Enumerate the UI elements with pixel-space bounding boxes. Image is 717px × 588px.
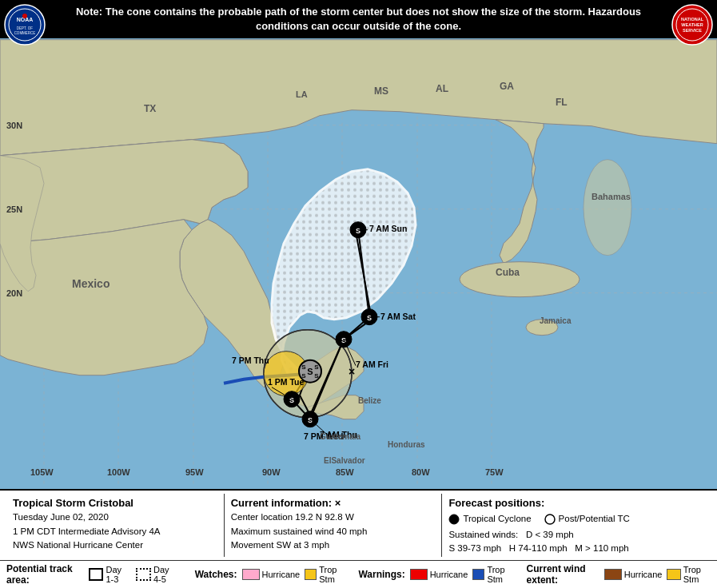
svg-text:S: S bbox=[307, 367, 313, 376]
info-bottom: Potential track area: Day 1-3 Day 4-5 Wa… bbox=[0, 561, 717, 588]
track-area-legend: Potential track area: Day 1-3 Day 4-5 bbox=[6, 563, 179, 586]
svg-text:30N: 30N bbox=[6, 121, 22, 130]
svg-text:Belize: Belize bbox=[358, 396, 381, 405]
svg-text:×: × bbox=[349, 365, 355, 378]
info-panel: Tropical Storm Cristobal Tuesday June 02… bbox=[0, 489, 717, 588]
svg-text:S: S bbox=[308, 416, 313, 424]
svg-text:GA: GA bbox=[500, 81, 514, 92]
svg-text:MS: MS bbox=[374, 85, 388, 97]
wind-m: M > 110 mph bbox=[575, 543, 628, 553]
info-top: Tropical Storm Cristobal Tuesday June 02… bbox=[0, 491, 717, 561]
svg-text:Cuba: Cuba bbox=[496, 267, 520, 278]
svg-text:LA: LA bbox=[296, 89, 308, 99]
forecast-title: Forecast positions: bbox=[448, 495, 704, 511]
warn-hurricane-legend: Hurricane bbox=[410, 569, 468, 580]
svg-text:S: S bbox=[356, 227, 360, 235]
svg-text:Honduras: Honduras bbox=[388, 440, 425, 449]
svg-text:S: S bbox=[289, 396, 294, 404]
note-banner: Note: The cone contains the probable pat… bbox=[0, 0, 717, 38]
wind-s: S 39-73 mph bbox=[448, 543, 501, 553]
movement: Movement SW at 3 mph bbox=[231, 538, 436, 552]
wind-d: D < 39 mph bbox=[526, 530, 574, 539]
current-info-title: Current information: × bbox=[231, 495, 436, 511]
watch-hurricane-legend: Hurricane bbox=[242, 569, 301, 580]
storm-advisory: 1 PM CDT Intermediate Advisory 4A bbox=[13, 525, 217, 538]
forecast-positions-section: Forecast positions: Tropical Cyclone Pos… bbox=[442, 494, 711, 557]
map-container: S S S S S S S S S S × 1 PM Tu bbox=[0, 38, 717, 488]
svg-text:7 AM Sun: 7 AM Sun bbox=[369, 224, 407, 233]
note-text: Note: The cone contains the probable pat… bbox=[76, 6, 641, 32]
svg-text:S: S bbox=[314, 372, 319, 379]
svg-point-98 bbox=[449, 514, 459, 524]
svg-text:100W: 100W bbox=[107, 467, 130, 477]
svg-text:Guatemala: Guatemala bbox=[320, 432, 361, 441]
watch-tropstm-label: Trop Stm bbox=[319, 565, 342, 584]
storm-info-section: Tropical Storm Cristobal Tuesday June 02… bbox=[6, 494, 225, 557]
storm-name: Tropical Storm Cristobal bbox=[13, 495, 217, 511]
map-svg: S S S S S S S S S S × 1 PM Tu bbox=[0, 38, 717, 488]
svg-text:95W: 95W bbox=[185, 467, 204, 477]
current-info-label: Current information: bbox=[231, 497, 332, 509]
tropical-cyclone-label: Tropical Cyclone bbox=[463, 512, 531, 526]
svg-text:Jamaica: Jamaica bbox=[540, 316, 572, 325]
svg-text:25N: 25N bbox=[6, 205, 22, 214]
svg-text:7 AM Sat: 7 AM Sat bbox=[380, 312, 416, 321]
svg-text:Mexico: Mexico bbox=[72, 277, 110, 290]
svg-point-31 bbox=[584, 160, 631, 256]
svg-text:S: S bbox=[301, 364, 306, 371]
current-info-section: Current information: × Center location 1… bbox=[225, 494, 443, 557]
watch-tropstm-legend: Trop Stm bbox=[305, 565, 342, 584]
wind-extent-title: Current wind extent: bbox=[527, 563, 599, 586]
svg-point-29 bbox=[460, 262, 580, 297]
svg-text:S: S bbox=[314, 364, 319, 371]
warn-tropstm-label: Trop Stm bbox=[487, 565, 510, 584]
svg-text:TX: TX bbox=[144, 103, 156, 114]
svg-text:S: S bbox=[367, 314, 372, 322]
svg-text:7 PM Thu: 7 PM Thu bbox=[232, 356, 269, 365]
day1-3-label: Day 1-3 bbox=[106, 565, 131, 584]
app: NOAA DEPT. OF COMMERCE NATIONAL WEATHER … bbox=[0, 0, 717, 588]
svg-text:Bahamas: Bahamas bbox=[592, 192, 631, 201]
svg-text:7 AM Fri: 7 AM Fri bbox=[356, 360, 388, 369]
svg-marker-27 bbox=[0, 220, 208, 375]
svg-text:80W: 80W bbox=[412, 467, 430, 477]
svg-text:20N: 20N bbox=[6, 288, 22, 298]
day4-5-legend: Day 4-5 bbox=[136, 565, 179, 584]
wind-tropstm-legend: Trop Stm bbox=[667, 565, 711, 584]
warn-hurricane-label: Hurricane bbox=[430, 570, 468, 579]
watch-hurricane-label: Hurricane bbox=[262, 570, 301, 579]
svg-text:75W: 75W bbox=[485, 467, 504, 477]
wind-hurricane-legend: Hurricane bbox=[604, 569, 663, 580]
warnings-legend: Warnings: Hurricane Trop Stm bbox=[358, 565, 510, 584]
track-title: Potential track area: bbox=[6, 563, 84, 586]
svg-text:85W: 85W bbox=[336, 467, 354, 477]
center-location: Center location 19.2 N 92.8 W bbox=[231, 511, 436, 524]
day4-5-label: Day 4-5 bbox=[153, 565, 179, 584]
svg-point-99 bbox=[545, 514, 555, 524]
svg-text:AL: AL bbox=[436, 83, 448, 94]
warnings-title: Warnings: bbox=[358, 569, 404, 580]
svg-text:FL: FL bbox=[556, 97, 568, 108]
wind-h: H 74-110 mph bbox=[509, 543, 568, 553]
svg-text:90W: 90W bbox=[262, 467, 281, 477]
day1-3-legend: Day 1-3 bbox=[89, 565, 132, 584]
watches-title: Watches: bbox=[195, 569, 237, 580]
svg-text:105W: 105W bbox=[30, 467, 54, 477]
post-tc-label: Post/Potential TC bbox=[559, 512, 630, 526]
wind-hurricane-label: Hurricane bbox=[624, 570, 663, 579]
warn-tropstm-legend: Trop Stm bbox=[472, 565, 510, 584]
max-wind: Maximum sustained wind 40 mph bbox=[231, 525, 436, 538]
storm-center: NWS National Hurricane Center bbox=[13, 538, 217, 552]
sustained-winds-label: Sustained winds: bbox=[448, 530, 518, 539]
wind-tropstm-label: Trop Stm bbox=[683, 565, 711, 584]
wind-extent-legend: Current wind extent: Hurricane Trop Stm bbox=[527, 563, 711, 586]
svg-text:ElSalvador: ElSalvador bbox=[324, 456, 365, 465]
current-x-marker: × bbox=[335, 497, 341, 509]
storm-date: Tuesday June 02, 2020 bbox=[13, 511, 217, 524]
svg-text:1 PM Tue: 1 PM Tue bbox=[268, 377, 304, 387]
watches-legend: Watches: Hurricane Trop Stm bbox=[195, 565, 343, 584]
